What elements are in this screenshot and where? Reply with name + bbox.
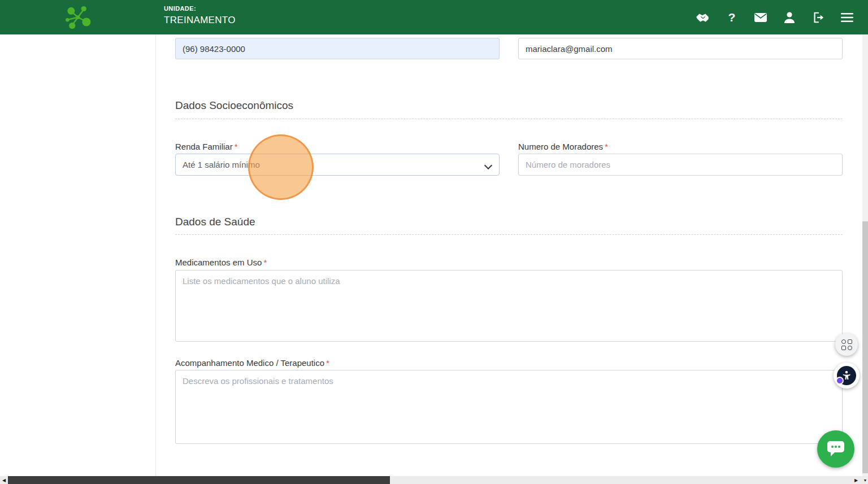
section-divider (175, 119, 843, 119)
help-icon[interactable]: ? (724, 10, 739, 25)
acompanhamento-textarea[interactable] (175, 370, 843, 444)
header-actions: ? (696, 0, 854, 34)
app-logo-icon[interactable] (62, 2, 94, 32)
moradores-label-text: Numero de Moradores (518, 142, 603, 151)
user-icon[interactable] (782, 10, 797, 25)
mail-icon[interactable] (753, 10, 768, 25)
required-asterisk: * (235, 142, 238, 151)
left-sidebar (0, 34, 156, 476)
medicamentos-textarea[interactable] (175, 270, 843, 342)
horizontal-scrollbar-thumb[interactable] (8, 476, 390, 484)
grid-icon (841, 339, 852, 350)
renda-familiar-label-text: Renda Familiar (175, 142, 233, 151)
phone-field[interactable] (175, 38, 500, 59)
chevron-down-icon (484, 162, 492, 169)
required-asterisk: * (263, 258, 267, 267)
renda-familiar-selected-value: Até 1 salário mínimo (183, 160, 260, 169)
accessibility-icon (837, 366, 856, 385)
top-navbar: UNIDADE: TREINAMENTO ? (0, 0, 868, 34)
section-title-socioeconomico: Dados Socioeconômicos (175, 99, 293, 112)
scroll-left-arrow[interactable]: ◀ (0, 476, 8, 484)
handshake-icon[interactable] (696, 10, 710, 25)
menu-icon[interactable] (840, 10, 854, 25)
acompanhamento-label: Acompanhamento Medico / Terapeutico* (175, 358, 329, 368)
section-divider (175, 234, 843, 235)
acompanhamento-label-text: Acompanhamento Medico / Terapeutico (175, 358, 324, 368)
renda-familiar-select[interactable]: Até 1 salário mínimo (175, 154, 500, 176)
vertical-scrollbar-thumb[interactable] (862, 221, 868, 473)
unit-name: TREINAMENTO (164, 15, 236, 26)
chat-widget-button[interactable] (817, 430, 854, 468)
scroll-right-arrow[interactable]: ▶ (852, 476, 860, 484)
section-title-saude: Dados de Saúde (175, 216, 255, 228)
unit-label: UNIDADE: (164, 5, 236, 12)
moradores-label: Numero de Moradores* (518, 142, 608, 151)
chat-bubble-icon (826, 440, 845, 458)
scroll-down-arrow[interactable]: ▼ (862, 476, 868, 484)
required-asterisk: * (605, 142, 608, 151)
moradores-input[interactable] (518, 154, 843, 176)
medicamentos-label-text: Medicamentos em Uso (175, 258, 262, 267)
unit-block: UNIDADE: TREINAMENTO (164, 5, 236, 26)
logout-icon[interactable] (811, 10, 826, 25)
widgets-launcher-button[interactable] (835, 333, 858, 356)
accessibility-widget-button[interactable] (834, 363, 860, 389)
required-asterisk: * (326, 358, 329, 368)
app-window: UNIDADE: TREINAMENTO ? (0, 0, 868, 484)
email-field[interactable] (518, 38, 843, 59)
renda-familiar-label: Renda Familiar* (175, 142, 238, 151)
medicamentos-label: Medicamentos em Uso* (175, 258, 267, 267)
